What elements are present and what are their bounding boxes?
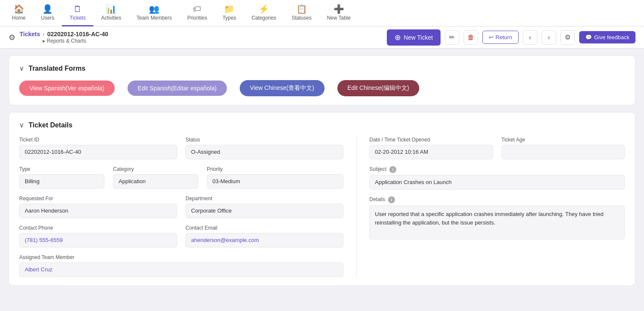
types-icon: 📁 xyxy=(224,4,235,14)
nav-statuses-label: Statuses xyxy=(292,15,312,21)
category-label: Category xyxy=(113,166,198,172)
subject-value: Application Crashes on Launch xyxy=(369,175,625,190)
translated-forms-title: Translated Forms xyxy=(29,65,85,72)
contact-phone-value[interactable]: (781) 555-6559 xyxy=(19,233,177,248)
field-contact-email: Contact Email ahenderson@example.com xyxy=(186,225,343,248)
translated-forms-header: ∨ Translated Forms xyxy=(19,64,625,72)
collapse-translated-forms-button[interactable]: ∨ xyxy=(19,64,24,72)
new-table-icon: ➕ xyxy=(334,4,344,14)
users-icon: 👤 xyxy=(42,4,53,14)
contact-phone-label: Contact Phone xyxy=(19,225,177,231)
edit-icon: ✏ xyxy=(449,33,455,41)
requested-for-value: Aaron Henderson xyxy=(19,204,177,218)
ticket-details-header: ∨ Ticket Details xyxy=(19,121,625,129)
field-status: Status O-Assigned xyxy=(186,137,343,159)
breadcrumb-current: 02202012-1016-AC-40 xyxy=(47,31,108,37)
ticket-details-body: Ticket ID 02202012-1016-AC-40 Status O-A… xyxy=(19,137,625,277)
nav-activities[interactable]: 📊 Activities xyxy=(93,0,129,26)
contact-email-label: Contact Email xyxy=(186,225,343,231)
nav-users[interactable]: 👤 Users xyxy=(33,0,62,26)
categories-icon: ⚡ xyxy=(258,4,269,14)
nav-categories-label: Categories xyxy=(252,15,276,21)
nav-categories[interactable]: ⚡ Categories xyxy=(244,0,284,26)
row-requested-department: Requested For Aaron Henderson Department… xyxy=(19,196,343,218)
field-assigned-team: Assigned Team Member Albert Cruz xyxy=(19,254,343,277)
breadcrumb-parent[interactable]: Tickets xyxy=(20,31,40,37)
vertical-divider xyxy=(356,137,357,277)
view-chinese-button[interactable]: View Chinese(查看中文) xyxy=(240,80,325,96)
ticket-age-label: Ticket Age xyxy=(502,137,625,143)
nav-statuses[interactable]: 📋 Statuses xyxy=(284,0,319,26)
row-subject: Subject i Application Crashes on Launch xyxy=(369,166,625,190)
next-button[interactable]: › xyxy=(542,30,556,45)
details-text: User reported that a specific applicatio… xyxy=(369,205,625,239)
field-date-opened: Date / Time Ticket Opened 02-20-2012 10:… xyxy=(369,137,493,159)
toolbar: ⚙ Tickets › 02202012-1016-AC-40 Reports … xyxy=(0,26,644,49)
collapse-ticket-details-button[interactable]: ∨ xyxy=(19,121,24,129)
edit-chinese-button[interactable]: Edit Chinese(编辑中文) xyxy=(337,80,420,96)
ticket-age-value xyxy=(502,145,625,159)
field-details: Details i User reported that a specific … xyxy=(369,196,625,239)
status-value: O-Assigned xyxy=(186,145,343,159)
trash-icon: 🗑 xyxy=(467,34,474,41)
details-info-icon[interactable]: i xyxy=(388,196,395,203)
delete-button[interactable]: 🗑 xyxy=(464,30,478,45)
assigned-team-value[interactable]: Albert Cruz xyxy=(19,262,343,277)
row-ticket-id-status: Ticket ID 02202012-1016-AC-40 Status O-A… xyxy=(19,137,343,159)
field-ticket-id: Ticket ID 02202012-1016-AC-40 xyxy=(19,137,177,159)
priorities-icon: 🏷 xyxy=(193,4,201,14)
subject-info-icon[interactable]: i xyxy=(389,166,396,173)
settings-button[interactable]: ⚙ xyxy=(9,33,15,42)
ticket-id-label: Ticket ID xyxy=(19,137,177,143)
contact-email-value[interactable]: ahenderson@example.com xyxy=(186,233,343,248)
nav-home[interactable]: 🏠 Home xyxy=(4,0,33,26)
feedback-button[interactable]: 💬 Give feedback xyxy=(579,31,635,43)
nav-types-label: Types xyxy=(223,15,236,21)
ticket-details-right: Date / Time Ticket Opened 02-20-2012 10:… xyxy=(369,137,625,277)
activities-icon: 📊 xyxy=(106,4,116,14)
department-value: Corporate Office xyxy=(186,204,343,218)
return-button[interactable]: ↩ Return xyxy=(482,31,519,44)
row-assigned-team: Assigned Team Member Albert Cruz xyxy=(19,254,343,277)
nav-priorities[interactable]: 🏷 Priorities xyxy=(180,0,215,26)
date-value: 02-20-2012 10:16 AM xyxy=(369,145,493,159)
nav-team-members[interactable]: 👥 Team Members xyxy=(129,0,180,26)
filter-button[interactable]: ⚙ xyxy=(560,30,575,45)
field-contact-phone: Contact Phone (781) 555-6559 xyxy=(19,225,177,248)
breadcrumb-area: Tickets › 02202012-1016-AC-40 Reports & … xyxy=(20,31,108,44)
translated-forms-card: ∨ Translated Forms View Spanish(Ver espa… xyxy=(9,55,635,105)
new-ticket-button[interactable]: ⊕ New Ticket xyxy=(387,29,440,46)
toolbar-actions: ⊕ New Ticket ✏ 🗑 ↩ Return ‹ › ⚙ 💬 Give f… xyxy=(387,29,635,46)
nav-tickets[interactable]: 🗒 Tickets xyxy=(62,0,93,26)
date-label: Date / Time Ticket Opened xyxy=(369,137,493,143)
priority-label: Priority xyxy=(207,166,343,172)
view-spanish-button[interactable]: View Spanish(Ver española) xyxy=(19,81,115,96)
edit-button[interactable]: ✏ xyxy=(445,30,459,45)
subject-label: Subject i xyxy=(369,166,625,173)
new-ticket-label: New Ticket xyxy=(403,34,432,41)
department-label: Department xyxy=(186,196,343,202)
prev-button[interactable]: ‹ xyxy=(523,30,537,45)
row-type-category-priority: Type Billing Category Application Priori… xyxy=(19,166,343,189)
chevron-right-icon: › xyxy=(548,34,550,41)
ticket-details-left: Ticket ID 02202012-1016-AC-40 Status O-A… xyxy=(19,137,343,277)
edit-spanish-button[interactable]: Edit Spanish(Editar española) xyxy=(128,81,227,96)
nav-activities-label: Activities xyxy=(101,15,121,21)
reports-charts-link[interactable]: Reports & Charts xyxy=(43,38,86,44)
filter-icon: ⚙ xyxy=(565,33,571,41)
ticket-id-value: 02202012-1016-AC-40 xyxy=(19,145,177,159)
home-icon: 🏠 xyxy=(14,4,24,14)
team-members-icon: 👥 xyxy=(149,4,160,14)
nav-users-label: Users xyxy=(41,15,54,21)
nav-new-table[interactable]: ➕ New Table xyxy=(319,0,358,26)
nav-types[interactable]: 📁 Types xyxy=(215,0,244,26)
ticket-details-card: ∨ Ticket Details Ticket ID 02202012-1016… xyxy=(9,112,635,286)
plus-icon: ⊕ xyxy=(395,33,401,42)
nav-tickets-label: Tickets xyxy=(70,15,86,21)
status-label: Status xyxy=(186,137,343,143)
breadcrumb: Tickets › 02202012-1016-AC-40 xyxy=(20,31,108,37)
feedback-label: Give feedback xyxy=(594,34,629,40)
nav-priorities-label: Priorities xyxy=(187,15,207,21)
type-value: Billing xyxy=(19,174,104,189)
breadcrumb-separator: › xyxy=(43,31,45,37)
